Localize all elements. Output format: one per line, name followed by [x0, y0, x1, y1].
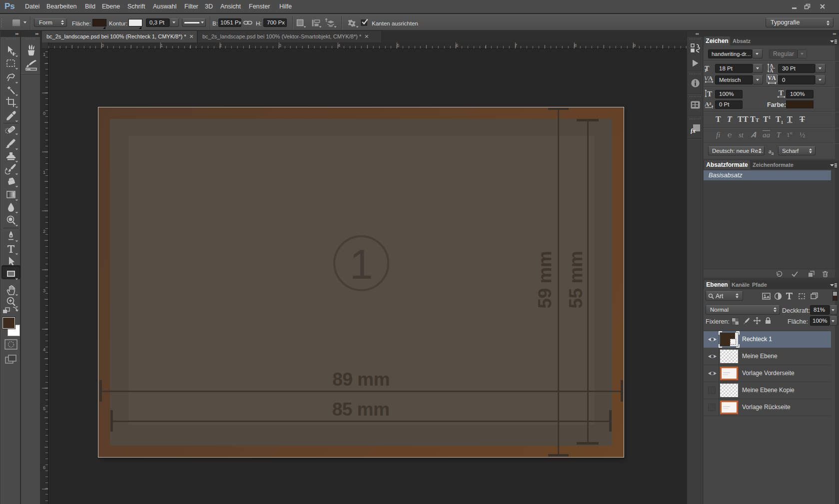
svg-text:a: a — [709, 100, 712, 106]
svg-text:T: T — [707, 90, 712, 98]
svg-text:fx: fx — [691, 127, 696, 134]
svg-text:T: T — [705, 68, 707, 72]
svg-text:T: T — [779, 89, 784, 97]
svg-text:A: A — [708, 74, 713, 82]
svg-text:A: A — [772, 74, 776, 81]
svg-text:A: A — [770, 68, 774, 73]
